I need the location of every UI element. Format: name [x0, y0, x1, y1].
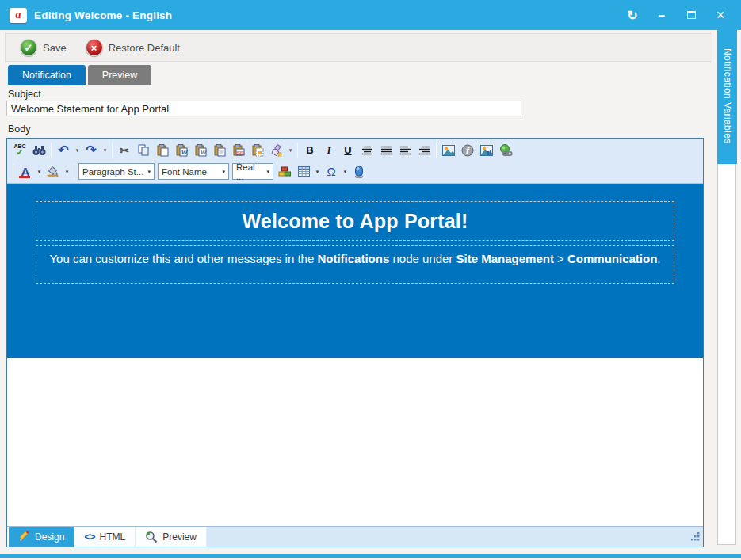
font-name-select[interactable]: Font Name ▾ — [158, 163, 229, 180]
redo-icon: ↷ — [86, 143, 96, 158]
message-editable-region[interactable]: You can customize this and other message… — [36, 245, 674, 284]
subject-label: Subject — [8, 89, 41, 100]
spellcheck-button[interactable]: ABC✓ — [10, 141, 29, 159]
italic-icon: I — [327, 144, 330, 157]
paste-from-word-button[interactable]: W — [172, 141, 191, 159]
editor-canvas[interactable]: Welcome to App Portal! You can customize… — [7, 184, 703, 526]
mode-tab-design[interactable]: Design — [9, 527, 74, 547]
refresh-icon[interactable]: ↻ — [626, 9, 639, 21]
restore-label: Restore Default — [109, 42, 180, 54]
paste-button[interactable] — [153, 141, 172, 159]
cut-button[interactable]: ✂ — [115, 141, 134, 159]
justify-icon — [380, 146, 392, 155]
align-center-button[interactable] — [357, 141, 376, 159]
separator — [112, 143, 113, 158]
undo-button[interactable]: ↶ — [54, 141, 73, 159]
close-icon[interactable]: × — [714, 9, 727, 21]
dialog-window: a Editing Welcome - English ↻ − × ✓ Save… — [0, 0, 741, 560]
restore-default-button[interactable]: × Restore Default — [86, 39, 180, 56]
format-stripper-button[interactable] — [267, 141, 286, 159]
background-color-button[interactable] — [44, 162, 63, 181]
svg-text:HTML: HTML — [236, 152, 244, 155]
snippet-button[interactable] — [275, 162, 294, 181]
pencil-icon — [18, 531, 30, 543]
maximize-icon[interactable] — [685, 9, 697, 21]
redo-button[interactable]: ↷ — [82, 141, 101, 159]
find-replace-button[interactable] — [29, 141, 48, 159]
hyperlink-manager-icon — [499, 144, 513, 157]
save-label: Save — [43, 42, 67, 54]
omega-icon: Ω — [327, 165, 335, 178]
align-left-icon — [399, 146, 411, 155]
separator — [51, 143, 52, 158]
editor-toolbar-row-1: ABC✓ ↶ ▾ ↷ ▾ ✂ — [10, 139, 700, 161]
minimize-icon[interactable]: − — [655, 9, 668, 21]
insert-symbol-button[interactable]: Ω — [322, 162, 341, 181]
paste-icon — [157, 144, 169, 157]
background-color-dropdown[interactable]: ▾ — [63, 162, 71, 181]
hyperlink-manager-button[interactable] — [496, 141, 515, 159]
foreground-color-dropdown[interactable]: ▾ — [35, 162, 44, 181]
separator — [74, 164, 74, 180]
heading-editable-region[interactable]: Welcome to App Portal! — [36, 201, 674, 241]
mode-tab-preview[interactable]: Preview — [136, 527, 207, 547]
banner-message: You can customize this and other message… — [49, 252, 660, 265]
font-name-value: Font Name — [162, 167, 207, 177]
paste-as-html-button[interactable]: HTML — [229, 141, 248, 159]
underline-button[interactable]: U — [338, 141, 357, 159]
notification-variables-tab[interactable]: Notification Variables — [717, 28, 737, 164]
editor-mode-tabs: Design <> HTML Preview — [7, 526, 703, 547]
insert-symbol-dropdown[interactable]: ▾ — [341, 162, 349, 181]
svg-text:W: W — [181, 149, 188, 156]
align-center-icon — [361, 146, 373, 155]
mode-tab-html[interactable]: <> HTML — [74, 527, 136, 547]
paste-plain-text-button[interactable] — [210, 141, 229, 159]
app-portal-icon: a — [10, 8, 27, 23]
insert-table-button[interactable] — [294, 162, 313, 181]
window-controls: ↻ − × — [626, 9, 731, 21]
paste-from-word-clean-icon: W — [195, 144, 207, 157]
insert-module-button[interactable] — [349, 162, 369, 181]
binoculars-icon — [32, 145, 46, 156]
undo-dropdown[interactable]: ▾ — [73, 141, 82, 159]
media-manager-button[interactable] — [477, 141, 496, 159]
format-stripper-icon — [270, 144, 283, 157]
rich-text-editor: ABC✓ ↶ ▾ ↷ ▾ ✂ — [6, 138, 704, 547]
redo-dropdown[interactable]: ▾ — [101, 141, 109, 159]
tab-preview[interactable]: Preview — [88, 65, 151, 85]
chevron-down-icon: ▾ — [266, 169, 269, 175]
paragraph-style-select[interactable]: Paragraph St... ▾ — [78, 163, 155, 180]
action-toolbar: ✓ Save × Restore Default — [5, 33, 712, 62]
resize-grip[interactable] — [686, 528, 703, 547]
image-manager-button[interactable] — [439, 141, 458, 159]
subject-input[interactable] — [6, 101, 521, 116]
paste-html-button[interactable] — [248, 141, 267, 159]
save-button[interactable]: ✓ Save — [20, 39, 67, 56]
flash-manager-button[interactable]: f — [458, 141, 477, 159]
align-right-button[interactable] — [414, 141, 434, 159]
insert-module-icon — [353, 166, 365, 178]
window-title: Editing Welcome - English — [34, 10, 172, 21]
tab-notification[interactable]: Notification — [8, 65, 86, 85]
align-left-button[interactable] — [395, 141, 414, 159]
copy-button[interactable] — [134, 141, 153, 159]
paste-from-word-clean-button[interactable]: W — [191, 141, 210, 159]
format-stripper-dropdown[interactable]: ▾ — [286, 141, 295, 159]
foreground-color-button[interactable]: A — [16, 162, 35, 181]
cut-icon: ✂ — [120, 144, 129, 157]
insert-table-dropdown[interactable]: ▾ — [313, 162, 322, 181]
flash-manager-icon: f — [461, 144, 474, 157]
resize-grip-icon — [689, 531, 700, 541]
editor-toolbar: ABC✓ ↶ ▾ ↷ ▾ ✂ — [7, 139, 703, 184]
underline-icon: U — [344, 144, 351, 156]
justify-button[interactable] — [376, 141, 395, 159]
insert-table-icon — [298, 166, 310, 177]
italic-button[interactable]: I — [319, 141, 338, 159]
media-manager-icon — [480, 145, 493, 156]
font-size-select[interactable]: Real ... ▾ — [232, 163, 273, 180]
mode-tab-preview-label: Preview — [162, 531, 197, 543]
copy-icon — [138, 144, 149, 156]
maximize-box — [687, 11, 696, 19]
bold-button[interactable]: B — [300, 141, 319, 159]
paste-plain-text-icon — [214, 144, 226, 157]
